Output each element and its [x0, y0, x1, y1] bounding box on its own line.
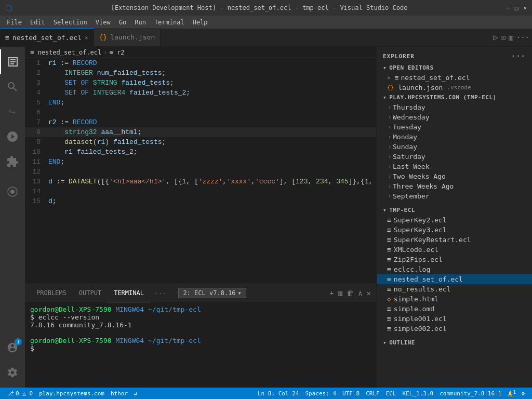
menu-run[interactable]: Run — [130, 17, 150, 28]
file-no-results[interactable]: ≡ no_results.ecl — [377, 284, 532, 294]
tree-item-tuesday[interactable]: › Tuesday — [377, 122, 532, 132]
activity-source-control[interactable] — [0, 99, 25, 124]
file-simple002[interactable]: ≡ simple002.ecl — [377, 324, 532, 334]
tree-item-three-weeks-ago[interactable]: › Three Weeks Ago — [377, 181, 532, 191]
status-hthor-label: hthor — [111, 390, 128, 397]
file-simple001[interactable]: ≡ simple001.ecl — [377, 314, 532, 324]
tree-item-wednesday[interactable]: › Wednesday — [377, 112, 532, 122]
trash-icon[interactable]: 🗑 — [347, 289, 354, 297]
editor-area: ≡ nested_set_of.ecl › ⊕ r2 1 r1 := RECOR… — [25, 47, 376, 388]
panel-tab-problems[interactable]: PROBLEMS — [30, 284, 73, 302]
file-superkey2[interactable]: ≡ SuperKey2.ecl — [377, 215, 532, 225]
activity-bar-bottom: 1 — [0, 335, 25, 388]
split-editor-icon[interactable]: ⊡ — [501, 33, 506, 42]
status-encoding[interactable]: UTF-8 — [339, 388, 363, 399]
activity-run-debug[interactable] — [0, 124, 25, 149]
activity-account[interactable]: 1 — [0, 335, 25, 360]
status-remote[interactable]: play.hpcsystems.com — [36, 388, 108, 399]
breadcrumb-file[interactable]: ≡ nested_set_of.ecl — [30, 49, 101, 56]
file-simple-omd[interactable]: ≡ simple.omd — [377, 304, 532, 314]
sidebar-content[interactable]: ▾ OPEN EDITORS ✕ ≡ nested_set_of.ecl {} … — [377, 63, 532, 388]
split-layout-icon[interactable]: ▥ — [509, 33, 513, 42]
menu-help[interactable]: Help — [189, 17, 212, 28]
status-hthor[interactable]: hthor — [108, 388, 131, 399]
file-superkeyrestart[interactable]: ≡ SuperKeyRestart.ecl — [377, 235, 532, 245]
minimize-button[interactable]: ─ — [506, 5, 510, 11]
tree-item-saturday[interactable]: › Saturday — [377, 152, 532, 162]
panel-tab-output[interactable]: OUTPUT — [73, 284, 108, 302]
split-terminal-icon[interactable]: ▥ — [338, 289, 342, 297]
activity-settings[interactable] — [0, 360, 25, 385]
activity-search[interactable] — [0, 74, 25, 99]
tree-item-last-week[interactable]: › Last Week — [377, 162, 532, 171]
file-name-no-results: no_results.ecl — [394, 285, 526, 293]
terminal-dropdown[interactable]: 2: ECL v7.8.16 ▾ — [178, 288, 246, 298]
ecl-icon-simple-omd: ≡ — [387, 305, 391, 313]
close-panel-icon[interactable]: ✕ — [367, 289, 371, 297]
tree-item-september[interactable]: › September — [377, 191, 532, 201]
window-controls[interactable]: ─ □ ✕ — [506, 5, 527, 11]
status-spaces[interactable]: Spaces: 4 — [302, 388, 339, 399]
status-sync[interactable]: ⇄ — [131, 388, 141, 399]
close-button[interactable]: ✕ — [523, 5, 527, 11]
tree-item-monday[interactable]: › Monday — [377, 132, 532, 142]
maximize-panel-icon[interactable]: ∧ — [358, 289, 362, 297]
panel-tab-terminal[interactable]: TERMINAL — [108, 284, 150, 302]
breadcrumb-symbol[interactable]: ⊕ r2 — [110, 49, 125, 56]
section-tmp-ecl[interactable]: ▾ TMP-ECL — [377, 205, 532, 215]
menu-edit[interactable]: Edit — [26, 17, 49, 28]
terminal-line-2: $ eclcc --version — [30, 313, 371, 321]
activity-hpcc[interactable] — [0, 179, 25, 204]
status-git[interactable]: ⎇ 0 △ 0 — [4, 388, 36, 399]
maximize-button[interactable]: □ — [515, 5, 518, 11]
status-language[interactable]: ECL — [383, 388, 400, 399]
tab-launch-json[interactable]: {} launch.json — [94, 28, 161, 46]
menu-terminal[interactable]: Terminal — [150, 17, 189, 28]
section-open-editors[interactable]: ▾ OPEN EDITORS — [377, 63, 532, 73]
gear-status-icon: ⚙ — [521, 390, 525, 397]
menu-file[interactable]: File — [3, 17, 26, 28]
activity-explorer[interactable] — [0, 49, 25, 74]
menu-go[interactable]: Go — [115, 17, 130, 28]
run-icon[interactable]: ▷ — [493, 32, 498, 42]
status-position[interactable]: Ln 8, Col 24 — [255, 388, 302, 399]
json-open-icon: {} — [387, 84, 394, 91]
close-open-editor-icon[interactable]: ✕ — [387, 74, 391, 81]
section-play-hpcc[interactable]: ▾ PLAY.HPCSYSTEMS.COM (TMP-ECL) — [377, 92, 532, 102]
explorer-more-icon[interactable]: ··· — [511, 52, 526, 60]
more-actions-icon[interactable]: ··· — [516, 33, 529, 42]
tree-item-thursday[interactable]: › Thursday — [377, 102, 532, 112]
file-superkey3[interactable]: ≡ SuperKey3.ecl — [377, 225, 532, 235]
terminal-cmd-1: $ eclcc --version — [30, 313, 99, 321]
terminal-label: 2: ECL v7.8.16 — [183, 289, 235, 297]
status-notifications[interactable]: 🔔 1 — [504, 388, 518, 399]
tree-item-two-weeks-ago[interactable]: › Two Weeks Ago — [377, 171, 532, 181]
add-terminal-icon[interactable]: + — [329, 289, 334, 297]
tab-nested-set-of-ecl[interactable]: ≡ nested_set_of.ecl ✕ — [0, 28, 94, 46]
file-nested-set-of[interactable]: ≡ nested_set_of.ecl — [377, 274, 532, 284]
open-editor-launch[interactable]: {} launch.json .vscode — [377, 83, 532, 92]
title-bar: ⬡ [Extension Development Host] - nested_… — [0, 0, 532, 16]
status-eol[interactable]: CRLF — [363, 388, 383, 399]
menu-selection[interactable]: Selection — [49, 17, 91, 28]
status-community[interactable]: community_7.8.16-1 — [436, 388, 504, 399]
tree-item-sunday[interactable]: › Sunday — [377, 142, 532, 152]
status-settings-gear[interactable]: ⚙ — [518, 388, 528, 399]
file-name-simple-html: simple.html — [394, 295, 526, 303]
section-outline[interactable]: ▾ OUTLINE — [377, 338, 532, 348]
open-editor-nested[interactable]: ✕ ≡ nested_set_of.ecl — [377, 73, 532, 83]
file-xmlcode[interactable]: ≡ XMLcode.ecl — [377, 245, 532, 255]
activity-extensions[interactable] — [0, 149, 25, 174]
file-eclcc-log[interactable]: ≡ eclcc.log — [377, 264, 532, 274]
file-simple-html[interactable]: ◇ simple.html — [377, 294, 532, 304]
tab-close-nested[interactable]: ✕ — [85, 34, 88, 41]
chevron-down-icon: ▾ — [238, 289, 242, 297]
terminal-content[interactable]: gordon@Dell-XPS-7590 MINGW64 ~/git/tmp-e… — [25, 302, 376, 388]
status-git-label: 0 △ 0 — [16, 390, 33, 397]
status-kel[interactable]: KEL_1.3.0 — [400, 388, 437, 399]
status-remote-label: play.hpcsystems.com — [39, 390, 104, 397]
code-editor[interactable]: 1 r1 := RECORD 2 INTEGER num_failed_test… — [25, 58, 376, 284]
terminal-selector[interactable]: 2: ECL v7.8.16 ▾ — [178, 288, 246, 298]
menu-view[interactable]: View — [91, 17, 115, 28]
file-zip2fips[interactable]: ≡ Zip2Fips.ecl — [377, 255, 532, 264]
